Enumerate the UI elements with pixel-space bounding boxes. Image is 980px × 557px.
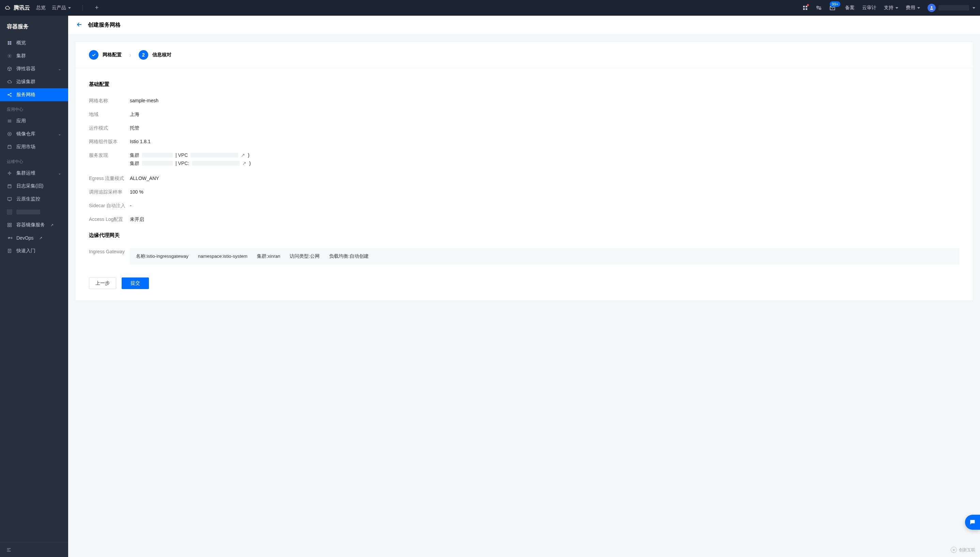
field-label: 调用追踪采样率 xyxy=(89,189,130,195)
nav-audit[interactable]: 云审计 xyxy=(862,5,876,11)
external-link-icon[interactable]: ↗ xyxy=(242,160,246,167)
brand-text: 腾讯云 xyxy=(14,5,30,11)
add-tab-button[interactable] xyxy=(94,5,99,11)
sidebar-item-logs[interactable]: 日志采集(旧) xyxy=(0,180,68,192)
sidebar: 容器服务 概览 集群 弹性容器 ⌄ 边缘集群 服务网格 应用中心 应用 xyxy=(0,16,68,557)
sidebar-item-overview[interactable]: 概览 xyxy=(0,36,68,49)
svg-point-12 xyxy=(9,55,10,57)
svg-rect-4 xyxy=(817,6,818,8)
sidebar-item-image-repo[interactable]: 镜像仓库 ⌄ xyxy=(0,127,68,140)
svg-point-19 xyxy=(9,173,11,174)
section-gateway-title: 边缘代理网关 xyxy=(89,232,959,239)
svg-rect-18 xyxy=(8,146,11,149)
sidebar-item-devops[interactable]: DevOps ↗ xyxy=(0,231,68,244)
svg-rect-22 xyxy=(8,223,9,225)
svg-rect-2 xyxy=(803,8,805,10)
nav-products-label: 云产品 xyxy=(52,5,66,11)
sidebar-item-cluster[interactable]: 集群 xyxy=(0,49,68,62)
svg-rect-21 xyxy=(8,197,11,200)
watermark-text: 创新互联 xyxy=(959,547,975,553)
top-bar: 腾讯云 总览 云产品 99+ 备案 云审计 支持 费用 xyxy=(0,0,980,16)
nav-beian[interactable]: 备案 xyxy=(845,5,855,11)
sidebar-item-quickstart[interactable]: 快速入门 xyxy=(0,244,68,257)
nav-overview[interactable]: 总览 xyxy=(36,5,46,11)
form-card: 网格配置 › 2 信息核对 基础配置 网格名称 sample-mesh 地域 上… xyxy=(75,42,973,301)
field-label: Ingress Gateway xyxy=(89,248,130,255)
svg-rect-8 xyxy=(8,41,10,43)
sidebar-item-clusterops[interactable]: 集群运维 ⌄ xyxy=(0,167,68,180)
sidebar-item-tcr[interactable]: 容器镜像服务 ↗ xyxy=(0,218,68,231)
field-value: - xyxy=(130,202,132,209)
field-value: 集群 | VPC ↗ ) 集群 | VPC: ↗ xyxy=(130,152,251,168)
tools-icon[interactable] xyxy=(816,5,822,11)
sidebar-item-eks[interactable]: 弹性容器 ⌄ xyxy=(0,62,68,75)
sidebar-label: 日志采集(旧) xyxy=(16,183,43,189)
sidebar-item-redacted[interactable] xyxy=(0,205,68,218)
prev-button[interactable]: 上一步 xyxy=(89,277,116,289)
sidebar-label-redacted xyxy=(16,210,40,214)
external-link-icon[interactable]: ↗ xyxy=(241,152,245,158)
chevron-down-icon: ⌄ xyxy=(58,67,61,71)
sidebar-item-edge[interactable]: 边缘集群 xyxy=(0,75,68,88)
user-menu[interactable] xyxy=(928,4,975,12)
step-label: 网格配置 xyxy=(102,52,122,58)
inbox-icon[interactable]: 99+ xyxy=(829,5,835,11)
row-name: 网格名称 sample-mesh xyxy=(89,94,959,107)
submit-button[interactable]: 提交 xyxy=(122,277,149,289)
back-button[interactable] xyxy=(76,21,83,29)
step-1[interactable]: 网格配置 xyxy=(89,50,122,60)
section-basic-title: 基础配置 xyxy=(89,81,959,88)
page-title: 创建服务网格 xyxy=(88,21,120,29)
grid-icon xyxy=(7,40,12,46)
field-label: 网格组件版本 xyxy=(89,138,130,145)
row-ingress: Ingress Gateway 名称:istio-ingressgateway … xyxy=(89,245,959,264)
nav-cost[interactable]: 费用 xyxy=(906,5,920,11)
sidebar-label: 快速入门 xyxy=(16,248,36,254)
row-egress: Egress 流量模式 ALLOW_ANY xyxy=(89,171,959,185)
svg-point-14 xyxy=(11,93,11,94)
chevron-down-icon xyxy=(972,7,975,9)
svg-rect-11 xyxy=(10,43,11,45)
form-actions: 上一步 提交 xyxy=(75,269,973,301)
sidebar-item-market[interactable]: 应用市场 xyxy=(0,140,68,153)
user-name-placeholder xyxy=(938,5,969,11)
row-sidecar: Sidecar 自动注入 - xyxy=(89,199,959,212)
sidebar-item-app[interactable]: 应用 xyxy=(0,114,68,127)
svg-point-15 xyxy=(11,96,11,96)
sidebar-collapse[interactable] xyxy=(0,542,68,557)
gear-icon xyxy=(7,53,12,59)
field-value: sample-mesh xyxy=(130,97,158,104)
field-label: Access Log配置 xyxy=(89,216,130,223)
redacted xyxy=(142,161,173,166)
sidebar-label: 集群 xyxy=(16,53,26,59)
discovery-line: 集群 | VPC: ↗ ) xyxy=(130,160,251,167)
sidebar-item-cloudmon[interactable]: 云原生监控 xyxy=(0,192,68,205)
brand[interactable]: 腾讯云 xyxy=(5,5,30,11)
chevron-right-icon: › xyxy=(129,52,131,59)
redacted xyxy=(142,153,173,158)
apps-icon[interactable] xyxy=(802,5,808,11)
svg-point-17 xyxy=(9,133,10,135)
wrench-icon xyxy=(7,171,12,176)
sidebar-label: 服务网格 xyxy=(16,92,36,98)
sidebar-category-app: 应用中心 xyxy=(0,101,68,114)
sidebar-category-ops: 运维中心 xyxy=(0,153,68,167)
sidebar-label: 云原生监控 xyxy=(16,196,40,202)
svg-rect-0 xyxy=(803,6,805,8)
chevron-down-icon xyxy=(895,7,898,9)
sidebar-item-mesh[interactable]: 服务网格 xyxy=(0,88,68,101)
svg-rect-10 xyxy=(8,43,10,45)
cloud-icon xyxy=(7,79,12,85)
field-value: 名称:istio-ingressgateway namespace:istio-… xyxy=(130,248,959,264)
step-2[interactable]: 2 信息核对 xyxy=(139,50,171,60)
external-link-icon: ↗ xyxy=(50,223,54,227)
separator xyxy=(83,5,83,11)
sidebar-label: 应用市场 xyxy=(16,144,36,150)
nav-support[interactable]: 支持 xyxy=(884,5,898,11)
chat-fab[interactable] xyxy=(965,515,980,530)
field-value: 未开启 xyxy=(130,216,144,223)
row-region: 地域 上海 xyxy=(89,107,959,121)
layers-icon xyxy=(7,118,12,124)
nav-products[interactable]: 云产品 xyxy=(52,5,71,11)
notification-dot-icon xyxy=(807,4,809,6)
